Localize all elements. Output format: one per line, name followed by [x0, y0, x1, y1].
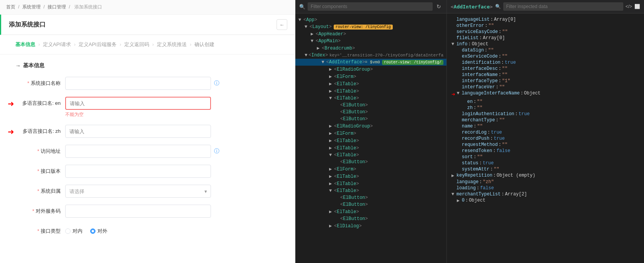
tree-node-eltable2[interactable]: ▶ <ElTable> [295, 88, 446, 95]
section-title: 基本信息 [15, 62, 280, 69]
step-return-code[interactable]: 定义返回码 [124, 41, 149, 48]
input-access-url[interactable] [65, 145, 211, 158]
step-basic-info[interactable]: 基本信息 [15, 41, 35, 48]
data-row-datasign: dataSign: "" [451, 47, 639, 53]
input-interface-name[interactable] [65, 77, 211, 90]
data-row-merchanttypelist: ▼ merchantTypeList: Array[2] [451, 191, 639, 197]
step-api-request[interactable]: 定义API请求 [43, 41, 71, 48]
tree-node-elbutton4[interactable]: <ElButton> [295, 159, 446, 165]
tree-node-elform1[interactable]: ▶ <ElForm> [295, 73, 446, 80]
component-tree: ▼ <App> ▼ <Layout> router-view: /tinyCon… [295, 13, 446, 263]
tree-node-layout[interactable]: ▼ <Layout> router-view: /tinyConfig [295, 23, 446, 30]
form-row-lang-en: ➜ 多语言接口名: en 不能为空 [15, 97, 280, 118]
filter-inspected-input[interactable] [503, 2, 623, 11]
breadcrumb-system-mgmt[interactable]: 系统管理 [22, 4, 41, 10]
toggle-info[interactable]: ▼ [451, 41, 455, 47]
filter-components-input[interactable] [308, 2, 433, 11]
label-lang-en: 多语言接口名: en [15, 97, 65, 107]
data-row-othererror: otherError: "" [451, 23, 639, 29]
search-icon: 🔍 [299, 4, 305, 10]
data-row-interfacedesc: interfaceDesc: "" [451, 66, 639, 72]
radio-inner[interactable]: 对内 [65, 228, 82, 235]
info-icon-access-url[interactable]: ⓘ [214, 148, 219, 155]
expand-icon[interactable]: ⬜ [634, 4, 640, 9]
data-tree: languageList: Array[0] otherError: "" se… [447, 13, 644, 263]
tree-node-eltable9[interactable]: ▼ <ElTable> [295, 187, 446, 194]
tree-node-elform3[interactable]: ▶ <ElForm> [295, 165, 446, 173]
tree-node-breadcrumb[interactable]: ▶ <Breadcrumb> [295, 45, 446, 52]
tree-node-elbutton1[interactable]: <ElButton> [295, 102, 446, 109]
tree-node-elbutton7[interactable]: <ElButton> [295, 215, 446, 222]
step-push[interactable]: 定义系统推送 [157, 41, 187, 48]
tree-node-elbutton5[interactable]: <ElButton> [295, 194, 446, 201]
data-row-keyrepetition: ▶ keyRepetition: Object (empty) [451, 172, 639, 179]
tree-node-elradiogroup2[interactable]: ▶ <ElRadioGroup> [295, 122, 446, 130]
tree-node-eltable3[interactable]: ▼ <ElTable> [295, 95, 446, 102]
tree-node-elbutton6[interactable]: <ElButton> [295, 201, 446, 208]
breadcrumb: 首页 / 系统管理 / 接口管理 / 添加系统接口 [0, 0, 295, 15]
form-row-interface-type: 接口类型 对内 对外 [15, 225, 280, 235]
tree-node-elform2[interactable]: ▶ <ElForm> [295, 130, 446, 137]
breadcrumb-home[interactable]: 首页 [6, 4, 15, 10]
input-lang-en[interactable] [65, 97, 211, 110]
tree-node-addinterface[interactable]: ▼ <AddInterface> = $vm0 router-view: /ti… [295, 59, 446, 66]
data-row-lang-zh: zh: "" [451, 105, 639, 111]
back-button[interactable]: ← [277, 19, 287, 30]
steps-bar: 基本信息 › 定义API请求 › 定义API后端服务 › 定义返回码 › 定义系… [0, 35, 295, 55]
refresh-icon[interactable]: ↻ [435, 3, 443, 10]
data-row-merchanttypelist-0: ▶ 0: Object [451, 197, 639, 204]
tree-node-elbutton2[interactable]: <ElButton> [295, 109, 446, 116]
step-confirm[interactable]: 确认创建 [194, 41, 214, 48]
radio-circle-outer [90, 228, 96, 234]
tree-node-eltable4[interactable]: ▶ <ElTable> [295, 137, 446, 144]
tree-node-index[interactable]: ▼ <Index> key='__transition-270-/tinyCon… [295, 52, 446, 59]
toggle-lang-interface-name[interactable]: ▼ [457, 91, 461, 96]
search-icon-inspector: 🔍 [495, 4, 501, 9]
label-system-belong: 系统归属 [15, 185, 65, 195]
toggle-keyrepetition[interactable]: ▶ [451, 173, 455, 179]
error-lang-en: 不能为空 [65, 111, 280, 118]
data-row-languagelist: languageList: Array[0] [451, 17, 639, 23]
toggle-merchanttypelist[interactable]: ▼ [451, 192, 455, 197]
tree-node-appmain[interactable]: ▼ <AppMain> [295, 38, 446, 45]
label-ext-service-code: 对外服务码 [15, 205, 65, 215]
form-row-ext-service-code: 对外服务码 [15, 205, 280, 218]
tree-node-eltable1[interactable]: ▶ <ElTable> [295, 80, 446, 88]
tree-node-eltable7[interactable]: ▶ <ElTable> [295, 173, 446, 180]
right-panel: <AddInterface> 🔍 </> ⬜ languageList: Arr… [447, 0, 644, 263]
data-row-status: status: true [451, 160, 639, 166]
step-api-backend[interactable]: 定义API后端服务 [79, 41, 117, 48]
toggle-merchanttypelist-0[interactable]: ▶ [457, 198, 461, 203]
select-system-belong[interactable]: 请选择 [65, 185, 211, 198]
code-icon[interactable]: </> [626, 4, 632, 9]
data-row-identification: identification: true [451, 60, 639, 66]
label-lang-zh: 多语言接口名: zh [15, 125, 65, 135]
tree-node-eltable8[interactable]: ▶ <ElTable> [295, 180, 446, 187]
form-row-lang-zh: ➜ 多语言接口名: zh [15, 125, 280, 138]
data-row-requestmethod: requestMethod: "" [451, 142, 639, 148]
data-row-systemattr: systemAttr: "" [451, 166, 639, 172]
inspector-toolbar: <AddInterface> 🔍 </> ⬜ [447, 0, 644, 13]
tree-node-app[interactable]: ▼ <App> [295, 17, 446, 23]
data-row-recordlog: recordLog: true [451, 129, 639, 136]
tree-node-elradiogroup1[interactable]: ▶ <ElRadioGroup> [295, 66, 446, 73]
label-interface-name: 系统接口名称 [15, 77, 65, 87]
tree-node-eltable5[interactable]: ▶ <ElTable> [295, 144, 446, 152]
label-access-url: 访问地址 [15, 145, 65, 155]
red-arrow-inspector: ➜ [451, 91, 455, 98]
input-lang-zh[interactable] [65, 125, 211, 138]
middle-panel: 🔍 ↻ ▼ <App> ▼ <Layout> router-view: /tin… [295, 0, 447, 263]
tree-node-elbutton3[interactable]: <ElButton> [295, 116, 446, 122]
form-container: 基本信息 系统接口名称 ⓘ ➜ 多语言接口名: en 不能为空 ➜ 多语言接口名… [0, 55, 295, 263]
input-version[interactable] [65, 165, 211, 178]
tree-node-eldialog[interactable]: ▶ <ElDialog> [295, 222, 446, 230]
breadcrumb-interface-mgmt[interactable]: 接口管理 [48, 4, 66, 10]
info-icon-interface-name[interactable]: ⓘ [214, 80, 219, 87]
data-row-loading: loading: false [451, 185, 639, 191]
label-version: 接口版本 [15, 165, 65, 175]
tree-node-eltable6[interactable]: ▼ <ElTable> [295, 152, 446, 159]
tree-node-appheader[interactable]: ▶ <AppHeader> [295, 30, 446, 38]
radio-outer[interactable]: 对外 [90, 228, 107, 235]
input-ext-service-code[interactable] [65, 205, 211, 218]
tree-node-eltable10[interactable]: ▶ <ElTable> [295, 208, 446, 215]
